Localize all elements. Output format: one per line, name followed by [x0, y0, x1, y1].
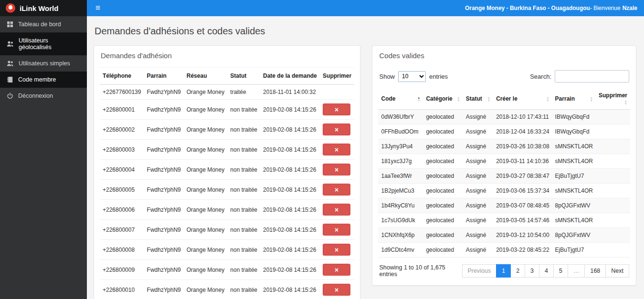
cell-categorie: geolocated	[423, 198, 463, 213]
sidebar-item-label: Tableau de bord	[18, 21, 61, 28]
cell-code: 1d9CDtc4mv	[378, 243, 423, 258]
cell-parrain: sMNSKTL4OR	[552, 139, 596, 154]
adh-col-reseau: Réseau	[184, 68, 228, 85]
cell-parrain: FwdhzYphN9	[144, 240, 184, 260]
sidebar-item-deconnexion[interactable]: Déconnexion	[0, 88, 87, 104]
delete-button[interactable]: ×	[323, 184, 350, 196]
cell-statut: non traitée	[227, 260, 260, 280]
cell-telephone: +226800007	[100, 220, 144, 240]
table-row: +226800006FwdhzYphN9Orange Moneynon trai…	[100, 200, 354, 220]
codes-col-parrain[interactable]: Parrain ▲▼	[552, 88, 596, 110]
cell-statut: non traitée	[227, 200, 260, 220]
hamburger-menu-icon[interactable]: ≡	[87, 0, 109, 16]
cell-parrain: sMNSKTL4OR	[552, 184, 596, 198]
cell-supprimer: ×	[320, 220, 354, 240]
column-label: Créer le	[496, 95, 517, 102]
cell-statut: Assigné	[463, 198, 493, 213]
pagination-page-3[interactable]: 3	[525, 264, 539, 278]
search-control: Search:	[530, 70, 629, 82]
sort-icon: ▲▼	[487, 96, 490, 102]
cell-categorie: geolocated	[423, 213, 463, 228]
codes-header-row: Code ▲▼ Catégorie ▲▼ Statut ▲▼	[378, 88, 630, 110]
cell-telephone: +226800006	[100, 200, 144, 220]
cell-supprimer	[596, 169, 630, 184]
cell-creer-le: 2019-03-26 10:38:08	[493, 139, 552, 154]
table-row: 1c7sUG9dUkgeolocatedAssigné2019-03-05 14…	[378, 213, 630, 228]
delete-button[interactable]: ×	[323, 124, 350, 135]
delete-button[interactable]: ×	[323, 224, 350, 236]
cell-code: 13Jyny3Pu4	[378, 139, 423, 154]
cell-supprimer	[596, 124, 630, 139]
cell-creer-le: 2019-03-22 08:45:22	[493, 243, 552, 258]
cell-supprimer: ×	[320, 140, 354, 160]
brand[interactable]: iLink World	[0, 0, 87, 16]
cell-reseau: Orange Money	[184, 280, 228, 299]
adh-col-parrain: Parrain	[144, 68, 184, 85]
cell-reseau: Orange Money	[184, 260, 228, 280]
search-input[interactable]	[555, 70, 629, 82]
delete-button[interactable]: ×	[323, 164, 350, 175]
cell-code: 181yxc3J7g	[378, 154, 423, 169]
table-row: +22677600139FwdhzYphN9Orange Moneytraité…	[100, 84, 354, 100]
cell-supprimer: ×	[320, 240, 354, 260]
delete-button[interactable]: ×	[323, 144, 350, 155]
pagination-page-168[interactable]: 168	[584, 264, 606, 278]
header-welcome: Bienvenue	[593, 5, 621, 11]
users-icon	[7, 60, 14, 67]
delete-button[interactable]: ×	[323, 204, 350, 216]
cell-creer-le: 2019-03-05 14:57:46	[493, 213, 552, 228]
sidebar-item-code-membre[interactable]: Code membre	[0, 72, 87, 88]
cell-reseau: Orange Money	[184, 200, 228, 220]
cell-date: 2019-02-08 14:15:26	[260, 260, 320, 280]
pagination-page-4[interactable]: 4	[539, 264, 554, 278]
cell-parrain: sMNSKTL4OR	[552, 154, 596, 169]
codes-col-code[interactable]: Code ▲▼	[378, 88, 423, 110]
cell-code: 1aaTee3fWr	[378, 169, 423, 184]
delete-button[interactable]: ×	[323, 244, 350, 256]
table-row: +226800007FwdhzYphN9Orange Moneynon trai…	[100, 220, 354, 240]
table-row: 1d9CDtc4mvgeolocatedAssigné2019-03-22 08…	[378, 243, 630, 258]
sidebar-item-utilisateurs-geolocalises[interactable]: Utilisateurs géolocalisés	[0, 32, 87, 55]
pagination-next[interactable]: Next	[605, 264, 629, 278]
cell-statut: Assigné	[463, 124, 493, 139]
dashboard-icon	[7, 21, 13, 28]
cell-supprimer: ×	[320, 100, 354, 120]
cell-creer-le: 2019-03-12 10:54:00	[493, 228, 552, 243]
adhesions-panel-title: Demandes d'adhésion	[94, 46, 360, 65]
codes-col-statut[interactable]: Statut ▲▼	[463, 88, 493, 110]
cell-telephone: +226800008	[100, 240, 144, 260]
cell-supprimer	[320, 84, 354, 100]
sidebar-item-tableau-de-bord[interactable]: Tableau de bord	[0, 16, 87, 32]
pagination-page-2[interactable]: 2	[510, 264, 525, 278]
sidebar-item-label: Code membre	[18, 76, 56, 83]
header-separator: -	[590, 5, 592, 11]
cell-creer-le: 2018-12-04 16:33:24	[493, 124, 552, 139]
cell-reseau: Orange Money	[184, 160, 228, 180]
header-location: Orange Money - Burkina Faso - Ouagadougo…	[465, 5, 590, 11]
codes-col-supprimer[interactable]: Supprimer ▲▼	[596, 88, 630, 110]
cell-statut: non traitée	[227, 160, 260, 180]
delete-button[interactable]: ×	[323, 103, 350, 115]
codes-col-creer-le[interactable]: Créer le ▲▼	[493, 88, 552, 110]
page-length-select[interactable]: 10	[398, 71, 426, 82]
codes-col-categorie[interactable]: Catégorie ▲▼	[423, 88, 463, 110]
table-row: +226800002FwdhzYphN9Orange Moneynon trai…	[100, 120, 354, 140]
column-label: Supprimer	[599, 92, 627, 99]
cell-code: 1b4RkyC8Yu	[378, 198, 423, 213]
cell-reseau: Orange Money	[184, 180, 228, 200]
cell-telephone: +226800004	[100, 160, 144, 180]
delete-button[interactable]: ×	[323, 264, 350, 276]
pagination-page-5[interactable]: 5	[553, 264, 568, 278]
delete-button[interactable]: ×	[323, 284, 350, 296]
cell-date: 2019-02-08 14:15:26	[260, 220, 320, 240]
cell-parrain: IBWqyGbqFd	[552, 124, 596, 139]
pagination-ellipsis[interactable]: …	[568, 264, 585, 278]
sidebar-item-utilisateurs-simples[interactable]: Utilisateurs simples	[0, 55, 87, 72]
cell-parrain: IBWqyGbqFd	[552, 110, 596, 124]
sort-icon: ▲▼	[457, 96, 460, 102]
cell-date: 2018-11-01 14:00:32	[260, 84, 320, 100]
cell-categorie: geolocated	[423, 110, 463, 124]
pagination-page-1[interactable]: 1	[496, 264, 511, 278]
pagination-previous[interactable]: Previous	[462, 264, 497, 278]
page-length-control: Show 10 entries	[379, 71, 448, 82]
